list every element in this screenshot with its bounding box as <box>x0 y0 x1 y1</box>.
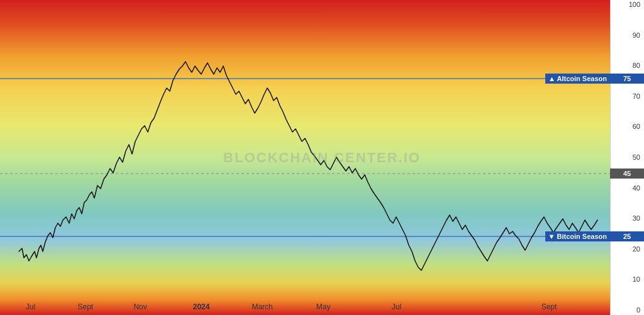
x-label-march: March <box>252 302 272 311</box>
y-label-10: 10 <box>633 276 640 283</box>
y-label-0: 0 <box>636 307 640 314</box>
y-label-90: 90 <box>633 32 640 39</box>
chart-line-area <box>0 0 610 315</box>
x-label-jul1: Jul <box>26 302 35 311</box>
bitcoin-season-value: 25 <box>610 231 644 241</box>
y-axis: 100 90 80 70 60 50 40 30 20 10 0 <box>610 0 644 315</box>
y-label-30: 30 <box>633 215 640 222</box>
x-label-may: May <box>316 302 331 311</box>
altcoin-season-line <box>19 62 597 270</box>
altcoin-season-value: 75 <box>610 74 644 84</box>
y-label-100: 100 <box>629 1 640 8</box>
x-label-jul2: Jul <box>392 302 401 311</box>
y-label-50: 50 <box>633 154 640 161</box>
chart-container: ▲ Altcoin Season 75 ▼ Bitcoin Season 25 … <box>0 0 644 315</box>
x-axis: Jul Sept Nov 2024 March May Jul Sept <box>0 295 610 315</box>
y-label-40: 40 <box>633 185 640 192</box>
x-label-2024: 2024 <box>193 302 210 311</box>
y-label-70: 70 <box>633 93 640 100</box>
x-label-sept1: Sept <box>77 302 93 311</box>
y-label-60: 60 <box>633 123 640 130</box>
y-label-80: 80 <box>633 62 640 69</box>
y-label-20: 20 <box>633 246 640 253</box>
altcoin-season-badge: ▲ Altcoin Season <box>545 74 610 84</box>
x-label-nov: Nov <box>133 302 147 311</box>
x-label-sept2: Sept <box>541 302 557 311</box>
current-value-badge: 45 <box>610 169 644 179</box>
bitcoin-season-badge: ▼ Bitcoin Season <box>545 231 610 241</box>
